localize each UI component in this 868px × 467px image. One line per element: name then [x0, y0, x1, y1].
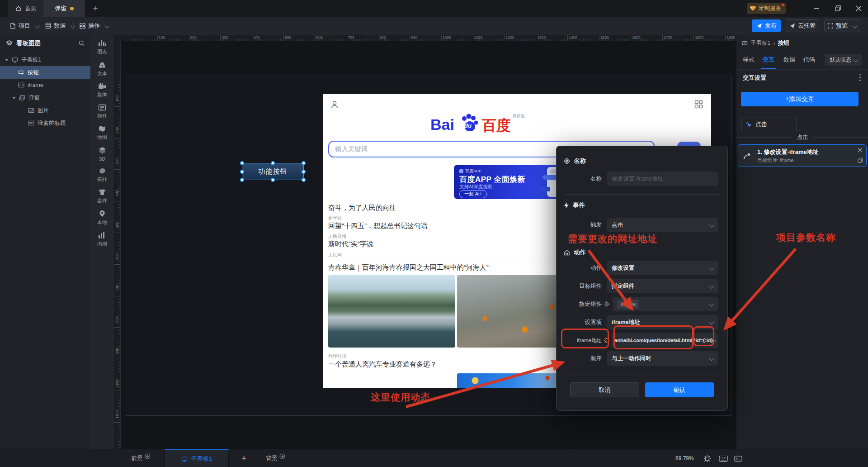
action-select[interactable]: 修改设置 [607, 261, 718, 275]
tab-data[interactable]: 数据 [783, 56, 795, 64]
layer-item-image[interactable]: 图片 [0, 104, 90, 117]
news-headline[interactable]: 青春华章｜百年河海青春报国之大国工程中的“河海人” [328, 263, 489, 272]
caret-down-icon[interactable] [5, 59, 9, 61]
toolbox-item-controls[interactable]: 控件 [90, 104, 114, 119]
order-row: 顺序 与上一动作同时 [557, 351, 728, 366]
tab-home[interactable]: 首页 [8, 0, 44, 17]
diamond-outline-icon [564, 158, 570, 164]
layers-panel: 看板图层 子看板1 按钮 iframe 弹窗 图片 弹窗的标题 [0, 35, 91, 449]
duplicate-icon[interactable] [858, 157, 863, 163]
news-headline[interactable]: 新时代“实”字说 [328, 240, 373, 248]
layer-item-button[interactable]: 按钮 [0, 66, 90, 79]
news-photo-reservoir[interactable] [328, 275, 455, 348]
board-tab-active[interactable]: 子看板1 [165, 449, 229, 467]
component-select[interactable]: iframe [613, 297, 718, 311]
menu-project[interactable]: 项目 [5, 17, 44, 35]
restore-button[interactable] [831, 2, 844, 14]
grid-icon [80, 23, 85, 29]
layer-item-board[interactable]: 子看板1 [0, 53, 90, 66]
layer-label: 子看板1 [21, 56, 41, 64]
ruler-label: 100 [159, 35, 165, 40]
resize-handle[interactable] [302, 161, 306, 165]
search-icon[interactable] [78, 40, 85, 47]
trigger-select[interactable]: 点击 [607, 218, 718, 232]
toolbox-item-media[interactable]: 媒体 [90, 83, 114, 98]
layers-header: 看板图层 [0, 35, 90, 52]
toolbox-item-beta[interactable]: 内测 [90, 232, 114, 248]
promo-cta-button[interactable]: 一起 Ai+ [459, 190, 487, 198]
interaction-card[interactable]: 1. 修改设置-iframe地址 目标组件: iframe [738, 144, 867, 167]
toolbox-item-local[interactable]: 本地 [90, 210, 114, 226]
layer-item-popup[interactable]: 弹窗 [0, 91, 90, 104]
layer-item-iframe[interactable]: iframe [0, 79, 90, 91]
notification-dot [782, 4, 784, 6]
custom-service-badge[interactable]: 定制服务 [747, 3, 786, 14]
minimize-button[interactable] [809, 2, 823, 14]
foreground-tab[interactable]: 前景 [131, 449, 151, 467]
toolbox-item-map[interactable]: 地图 [90, 125, 114, 141]
console-icon[interactable] [734, 449, 742, 467]
send-icon [789, 23, 795, 29]
order-select[interactable]: 与上一动作同时 [607, 351, 718, 366]
logo-text-cn: 百度 [482, 116, 511, 136]
resize-handle[interactable] [240, 170, 244, 174]
state-selector[interactable]: 默认状态 [825, 54, 862, 66]
menu-operations[interactable]: 操作 [75, 17, 113, 35]
click-event-chip[interactable]: 点击 [741, 118, 797, 131]
toolbox-item-topology[interactable]: 拓扑 [90, 167, 114, 183]
toolbox-item-3d[interactable]: 3D [90, 147, 114, 162]
layer-label: iframe [28, 82, 43, 88]
tab-popup[interactable]: 弹窗 [43, 0, 85, 17]
publish-button[interactable]: 发布 [752, 19, 781, 32]
h-ruler: 1002003004005006007008009001000110012001… [114, 35, 736, 41]
logo-text-bai: Bai [430, 116, 454, 133]
remove-interaction-icon[interactable] [858, 148, 863, 152]
tab-interaction[interactable]: 交互 [763, 56, 774, 64]
toolbox-item-text[interactable]: 文本 [90, 61, 114, 77]
add-circle-icon[interactable] [279, 453, 285, 459]
add-circle-icon[interactable] [145, 453, 151, 459]
close-icon[interactable] [852, 2, 865, 14]
news-headline[interactable]: 奋斗，为了人民的向往 [328, 204, 396, 212]
tab-code[interactable]: 代码 [803, 56, 815, 64]
name-input[interactable]: 修改设置-iframe地址 [607, 172, 718, 186]
tab-style[interactable]: 样式 [743, 56, 755, 64]
ruler-label: 1900 [726, 35, 735, 40]
event-group-divider: 点击 [736, 133, 868, 141]
toolbox-item-kits[interactable]: 套件 [90, 189, 114, 204]
resize-handle[interactable] [240, 178, 244, 182]
target-picker-icon[interactable] [604, 301, 610, 307]
component-tag[interactable]: iframe [617, 300, 639, 309]
fit-screen-icon[interactable] [703, 449, 711, 467]
iframe-url-input[interactable]: anhaibi.com/question/detail.html?id={:id… [612, 333, 718, 348]
zoom-level[interactable]: 69.79% [675, 449, 694, 467]
setting-select[interactable]: iframe地址 [607, 315, 718, 329]
news-headline[interactable]: 回望“十四五”，想起总书记这句话 [328, 222, 428, 230]
confirm-button[interactable]: 确认 [645, 382, 714, 397]
resize-handle[interactable] [302, 178, 306, 182]
function-button-widget[interactable]: 功能按钮 [242, 163, 304, 180]
breadcrumb-parent[interactable]: 子看板1 [750, 39, 770, 47]
setting-row: 设置项 iframe地址 [557, 315, 728, 329]
preview-button[interactable]: 预览 [824, 19, 860, 32]
target-select[interactable]: 指定组件 [607, 279, 718, 293]
breadcrumb-current: 按钮 [778, 39, 789, 47]
more-icon[interactable] [859, 74, 861, 81]
shortcut-keyboard-icon[interactable] [719, 449, 728, 467]
add-board-button[interactable]: + [241, 449, 246, 467]
name-label: 名称 [557, 172, 602, 186]
cancel-button[interactable]: 取消 [570, 382, 639, 397]
news-headline[interactable]: 一个普通人离汽车专业赛道有多远？ [328, 360, 437, 369]
resize-handle[interactable] [271, 161, 275, 165]
resize-handle[interactable] [240, 161, 244, 165]
layer-item-popup-title[interactable]: 弹窗的标题 [0, 117, 90, 129]
background-tab[interactable]: 背景 [266, 449, 285, 467]
resize-handle[interactable] [302, 170, 306, 174]
add-interaction-button[interactable]: +添加交互 [741, 92, 859, 106]
resize-handle[interactable] [271, 178, 275, 182]
dynamic-burst-icon[interactable] [604, 337, 610, 343]
caret-down-icon[interactable] [12, 97, 16, 99]
cloud-hosting-button[interactable]: 云托管 [786, 19, 819, 32]
toolbox-item-charts[interactable]: 图表 [90, 39, 114, 55]
new-tab-button[interactable]: + [90, 3, 101, 14]
